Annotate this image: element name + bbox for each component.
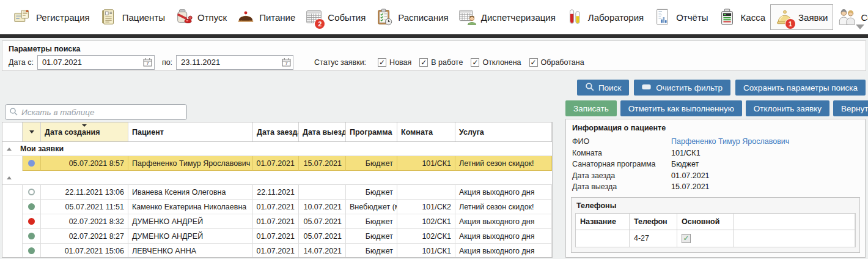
toolbar-item-meals[interactable]: Питание — [232, 5, 300, 29]
calendar-icon[interactable]: 7 — [282, 58, 291, 67]
status-checkbox-new[interactable]: Новая — [378, 58, 411, 67]
info-value: Бюджет — [671, 160, 699, 168]
row-status-cell — [23, 185, 41, 200]
info-label: Дата выезда — [572, 182, 671, 191]
cell-program: Бюджет — [346, 156, 397, 171]
toolbar-item-registration[interactable]: Регистрация — [9, 5, 95, 29]
toolbar-item-dispensing[interactable]: Отпуск — [170, 5, 232, 29]
phones-table: Название Телефон Основной 4-27 — [575, 213, 856, 247]
cell-arrival: 01.07.2021 — [253, 244, 299, 258]
date-to-field: 7 — [176, 55, 293, 70]
status-checkbox-label: В работе — [431, 58, 463, 67]
group-row-other[interactable] — [2, 171, 552, 185]
row-status-cell — [23, 156, 41, 171]
header-arrival[interactable]: Дата заезда — [253, 122, 299, 141]
requests-badge: 1 — [785, 19, 795, 29]
cell-created: 22.11.2021 13:06 — [41, 185, 128, 200]
status-checkbox-label: Новая — [389, 58, 411, 67]
reject-request-button[interactable]: Отклонить заявку — [746, 100, 829, 116]
status-checkbox-in-progress[interactable]: В работе — [419, 58, 463, 67]
status-checkbox-label: Обработана — [541, 58, 584, 67]
cell-room: 101/СК1 — [397, 156, 455, 171]
checkbox-icon[interactable] — [378, 58, 386, 67]
cell-service: Акция выходного дня — [455, 185, 552, 200]
status-checkbox-processed[interactable]: Обработана — [529, 58, 584, 67]
header-patient[interactable]: Пациент — [128, 122, 253, 141]
mark-completed-button[interactable]: Отметить как выполненную — [620, 100, 742, 116]
toolbar-item-label: Заявки — [798, 12, 828, 23]
toolbar-item-events[interactable]: События 2 — [300, 5, 370, 29]
status-dot-icon — [28, 203, 35, 210]
header-program[interactable]: Программа — [346, 122, 397, 141]
group-expand-icon[interactable] — [7, 176, 12, 179]
row-status-cell — [23, 244, 41, 258]
toolbar-overflow-chevron-icon[interactable] — [856, 24, 864, 29]
status-dot-icon — [28, 189, 35, 195]
phones-header-name[interactable]: Название — [576, 214, 630, 230]
toolbar-item-label: Отчёты — [676, 12, 708, 23]
status-dot-icon — [28, 247, 35, 254]
toolbar-item-label: Диспетчеризация — [481, 12, 556, 23]
header-label: Программа — [350, 128, 392, 137]
table-row[interactable]: 02.07.2021 8:32 ДУМЕНКО АНДРЕЙ 01.07.202… — [2, 214, 552, 229]
filter-icon — [29, 130, 34, 133]
staff-icon — [838, 8, 856, 26]
phones-title: Телефоны — [572, 198, 859, 213]
toolbar-item-requests[interactable]: Заявки 1 — [770, 4, 833, 30]
requests-table: Дата создания Пациент Дата заезда Дата в… — [2, 122, 553, 258]
table-row[interactable]: 05.07.2021 8:57 Парфененко Тимур Ярослав… — [2, 156, 552, 171]
save-search-params-button[interactable]: Сохранить параметры поиска — [735, 80, 866, 96]
table-search-input[interactable] — [18, 107, 186, 118]
checkbox-icon[interactable] — [529, 58, 538, 67]
header-service[interactable]: Услуга — [455, 122, 552, 141]
phones-header-phone[interactable]: Телефон — [630, 214, 677, 230]
save-request-button-label: Записать — [573, 104, 609, 113]
info-label: Комната — [572, 149, 671, 157]
date-from-input[interactable] — [38, 56, 140, 68]
header-departure[interactable]: Дата выезда — [299, 122, 346, 141]
header-room[interactable]: Комната — [397, 122, 455, 141]
clear-filter-button[interactable]: Очистить фильтр — [634, 80, 730, 96]
group-expand-icon[interactable] — [7, 148, 12, 151]
save-request-button[interactable]: Записать — [565, 100, 617, 116]
toolbar-item-cashdesk[interactable]: Касса — [713, 5, 770, 29]
header-created[interactable]: Дата создания — [41, 122, 128, 141]
toolbar-item-reports[interactable]: Отчёты — [649, 5, 713, 29]
checkbox-icon[interactable] — [419, 58, 428, 67]
calendar-icon[interactable]: 7 — [143, 58, 152, 67]
cell-program: Бюджет — [346, 244, 397, 258]
toolbar-item-label: Расписания — [398, 12, 448, 23]
status-dot-icon — [28, 160, 35, 167]
checkbox-icon[interactable] — [471, 58, 479, 67]
phones-header-primary[interactable]: Основной — [677, 214, 734, 230]
table-row[interactable]: 22.11.2021 13:06 Иванева Ксения Олеговна… — [2, 185, 552, 200]
status-checkbox-rejected[interactable]: Отклонена — [471, 58, 521, 67]
cell-service: Акция выходного дня — [455, 214, 552, 229]
table-row[interactable]: 05.07.2021 11:51 Каменко Екатерина Никол… — [2, 200, 552, 214]
toolbar-item-schedules[interactable]: Расписания — [370, 5, 453, 29]
patient-info-title: Информация о пациенте — [566, 119, 865, 136]
cell-arrival: 01.07.2021 — [253, 214, 299, 229]
group-row-my-requests[interactable]: Мои заявки — [2, 142, 552, 156]
table-row[interactable]: 02.07.2021 8:27 ДУМЕНКО АНДРЕЙ 01.07.202… — [2, 229, 552, 244]
toolbar-item-laboratory[interactable]: Лаборатория — [561, 5, 649, 29]
primary-phone-checkbox[interactable] — [682, 234, 691, 243]
return-request-button[interactable]: Вернуть заявку — [833, 100, 868, 116]
cell-arrival: 01.07.2021 — [253, 229, 299, 244]
reject-request-button-label: Отклонить заявку — [754, 104, 822, 113]
svg-text:7: 7 — [285, 61, 288, 66]
search-button[interactable]: Поиск — [577, 80, 629, 96]
app-toolbar: Регистрация Пациенты Отпуск Питание Собы… — [0, 0, 868, 34]
patient-name-link[interactable]: Парфененко Тимур Ярославович — [671, 137, 789, 146]
toolbar-item-patients[interactable]: Пациенты — [95, 5, 170, 29]
date-from-field: 7 — [37, 55, 155, 70]
toolbar-item-label: Отпуск — [197, 12, 227, 23]
info-label: Дата заезда — [572, 171, 671, 180]
date-to-input[interactable] — [177, 56, 279, 68]
table-row[interactable]: 01.07.2021 15:06 ЛЕВЧЕНКО АННА 01.07.202… — [2, 244, 552, 258]
toolbar-item-label: Пациенты — [122, 12, 165, 23]
cell-program: Бюджет — [346, 229, 397, 244]
header-status-filter[interactable] — [23, 122, 41, 141]
toolbar-item-dispatching[interactable]: Диспетчеризация — [454, 5, 561, 29]
row-status-cell — [23, 200, 41, 214]
